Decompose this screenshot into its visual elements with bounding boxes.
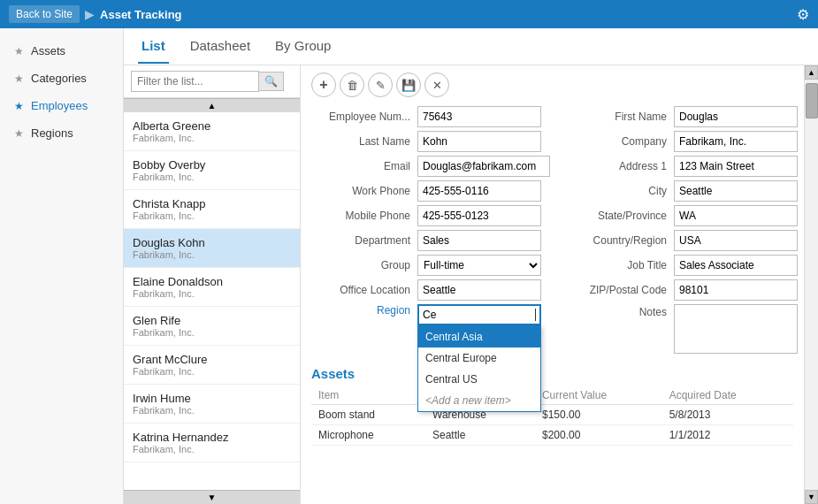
match-text: C: [425, 331, 433, 343]
list-item[interactable]: Katrina Hernandez Fabrikam, Inc.: [124, 424, 300, 462]
group-field: Group Full-time Part-time Contractor: [311, 255, 550, 276]
table-row[interactable]: Boom stand Warehouse $150.00 5/8/2013: [311, 405, 793, 425]
dropdown-item-add-new[interactable]: <Add a new item>: [418, 390, 540, 411]
state-input[interactable]: [674, 205, 798, 226]
list-item[interactable]: Alberta Greene Fabrikam, Inc.: [124, 112, 300, 151]
list-item-company: Fabrikam, Inc.: [133, 288, 291, 299]
scroll-track: [805, 80, 818, 490]
save-record-button[interactable]: 💾: [396, 73, 421, 97]
star-icon: ★: [14, 73, 24, 85]
star-icon: ★: [14, 127, 24, 140]
cancel-edit-button[interactable]: ✕: [424, 73, 449, 97]
job-title-field: Job Title: [577, 255, 798, 276]
job-title-label: Job Title: [577, 259, 674, 271]
zip-input[interactable]: [674, 279, 798, 301]
sidebar-item-employees[interactable]: ★ Employees: [0, 92, 123, 119]
edit-record-button[interactable]: ✎: [368, 73, 393, 97]
sidebar-item-assets[interactable]: ★ Assets: [0, 37, 123, 65]
last-name-input[interactable]: [417, 131, 541, 152]
email-input[interactable]: [417, 156, 550, 177]
app-header: Back to Site ▶ Asset Tracking ⚙: [0, 0, 818, 28]
job-title-input[interactable]: [674, 255, 798, 276]
content-area: List Datasheet By Group 🔍 ▲ Alberta Gree…: [124, 28, 818, 504]
scroll-thumb[interactable]: [806, 83, 818, 118]
dropdown-item-central-us[interactable]: Central US: [418, 369, 540, 390]
region-label[interactable]: Region: [311, 304, 417, 317]
employee-num-input[interactable]: [417, 106, 541, 127]
city-input[interactable]: [674, 180, 798, 202]
match-text: C: [425, 373, 433, 386]
list-item[interactable]: Christa Knapp Fabrikam, Inc.: [124, 190, 300, 229]
list-scroll-up[interactable]: ▲: [124, 98, 300, 112]
tab-datasheet[interactable]: Datasheet: [187, 29, 254, 64]
last-name-field: Last Name: [311, 131, 550, 152]
add-record-button[interactable]: +: [311, 73, 336, 97]
list-item-company: Fabrikam, Inc.: [133, 366, 291, 377]
list-item[interactable]: Irwin Hume Fabrikam, Inc.: [124, 385, 300, 424]
main-layout: ★ Assets ★ Categories ★ Employees ★ Regi…: [0, 28, 818, 504]
department-input[interactable]: [417, 230, 541, 251]
work-phone-input[interactable]: [417, 180, 541, 202]
region-dropdown-container: Central Asia Central Europe Central US <…: [417, 304, 541, 325]
sidebar-item-categories[interactable]: ★ Categories: [0, 65, 123, 92]
asset-location: Seattle: [425, 425, 535, 446]
scroll-up-button[interactable]: ▲: [805, 65, 818, 80]
dropdown-item-central-asia[interactable]: Central Asia: [418, 326, 540, 347]
asset-value: $200.00: [535, 425, 662, 446]
group-select[interactable]: Full-time Part-time Contractor: [417, 255, 541, 276]
notes-textarea[interactable]: [674, 304, 798, 354]
country-label: Country/Region: [577, 234, 674, 247]
mobile-phone-input[interactable]: [417, 205, 541, 226]
right-scrollbar: ▲ ▼: [804, 65, 818, 504]
office-location-input[interactable]: [417, 279, 541, 301]
list-item-company: Fabrikam, Inc.: [133, 444, 291, 454]
region-input[interactable]: [423, 309, 535, 321]
list-item[interactable]: Bobby Overby Fabrikam, Inc.: [124, 151, 300, 190]
list-item-company: Fabrikam, Inc.: [133, 249, 291, 260]
asset-value: $150.00: [535, 405, 662, 425]
tab-by-group[interactable]: By Group: [271, 29, 334, 64]
list-item[interactable]: Elaine Donaldson Fabrikam, Inc.: [124, 268, 300, 307]
list-item[interactable]: Grant McClure Fabrikam, Inc.: [124, 346, 300, 385]
col-date: Acquired Date: [662, 386, 793, 405]
breadcrumb-sep: ▶: [85, 7, 95, 21]
employee-num-label: Employee Num...: [311, 111, 417, 123]
settings-gear-icon[interactable]: ⚙: [797, 6, 809, 23]
country-field: Country/Region: [577, 230, 798, 251]
delete-record-button[interactable]: 🗑: [340, 73, 364, 97]
address1-input[interactable]: [674, 156, 798, 177]
sidebar: ★ Assets ★ Categories ★ Employees ★ Regi…: [0, 28, 124, 504]
first-name-input[interactable]: [674, 106, 798, 127]
list-item[interactable]: Glen Rife Fabrikam, Inc.: [124, 307, 300, 346]
list-item-company: Fabrikam, Inc.: [133, 133, 291, 143]
app-title: Asset Tracking: [100, 8, 182, 21]
country-input[interactable]: [674, 230, 798, 251]
search-button[interactable]: 🔍: [259, 72, 284, 91]
last-name-label: Last Name: [311, 135, 417, 148]
company-field: Company: [577, 131, 798, 152]
list-item-name: Christa Knapp: [133, 197, 291, 210]
list-panel: 🔍 ▲ Alberta Greene Fabrikam, Inc. Bobby …: [124, 65, 301, 504]
search-input[interactable]: [131, 71, 259, 92]
first-name-field: First Name: [577, 106, 798, 127]
sidebar-item-regions[interactable]: ★ Regions: [0, 119, 123, 147]
first-name-label: First Name: [577, 111, 674, 123]
list-item-selected[interactable]: Douglas Kohn Fabrikam, Inc.: [124, 229, 300, 268]
header-left: Back to Site ▶ Asset Tracking: [9, 5, 182, 23]
scroll-down-button[interactable]: ▼: [805, 490, 818, 504]
asset-item: Boom stand: [311, 405, 425, 425]
list-item-name: Alberta Greene: [133, 119, 291, 133]
form-panel: + 🗑 ✎ 💾 ✕ Employee Num...: [301, 65, 804, 504]
region-field: Region Central Asia Central Europe Centr…: [311, 304, 550, 325]
sidebar-item-label: Categories: [31, 72, 87, 85]
address1-label: Address 1: [577, 160, 674, 172]
assets-section: Assets Item Location Current Value Acqui…: [311, 366, 793, 446]
list-scroll-down[interactable]: ▼: [124, 490, 300, 504]
tab-list[interactable]: List: [138, 29, 169, 64]
dropdown-item-central-europe[interactable]: Central Europe: [418, 347, 540, 369]
mobile-phone-field: Mobile Phone: [311, 205, 550, 226]
address1-field: Address 1: [577, 156, 798, 177]
company-input[interactable]: [674, 131, 798, 152]
table-row[interactable]: Microphone Seattle $200.00 1/1/2012: [311, 425, 793, 446]
back-to-site-button[interactable]: Back to Site: [9, 5, 80, 23]
